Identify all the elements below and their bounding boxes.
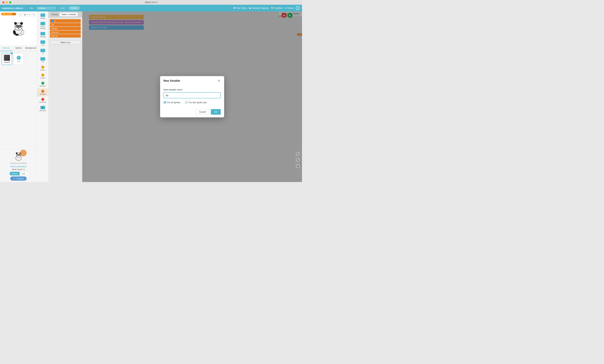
sidebar-item-extension[interactable]: + extension bbox=[37, 105, 48, 113]
variable-badge: base_power 0 bbox=[1, 13, 16, 15]
variable-block-hide[interactable]: hide var bbox=[50, 34, 81, 37]
radio-this-sprite[interactable]: For this sprite only bbox=[185, 101, 207, 104]
how-to-link[interactable]: How to use device? bbox=[11, 165, 27, 167]
modal-body: New variable name: For all sprites For t… bbox=[160, 85, 224, 107]
motion-label: Motion Sensing bbox=[38, 26, 48, 29]
tab-background[interactable]: Background bbox=[25, 45, 37, 51]
tab-sprites[interactable]: Sprites bbox=[12, 45, 25, 51]
modal-name-input[interactable] bbox=[164, 92, 221, 98]
main-content: base_power 0 ⛶ ⊞ ≡ ⠿ bbox=[0, 12, 302, 182]
lan-label: LAN bbox=[41, 44, 44, 46]
upload-mode-button[interactable]: Upload bbox=[10, 172, 20, 175]
setting-link[interactable]: ⚙ Setting bbox=[285, 7, 294, 9]
tab-devices[interactable]: Devices bbox=[0, 45, 12, 51]
example-programs-link[interactable]: 📋 Example Programs bbox=[249, 7, 269, 9]
svg-point-14 bbox=[19, 34, 22, 36]
sidebar-item-control[interactable]: Control bbox=[37, 72, 48, 80]
iot-label: IoT bbox=[42, 61, 44, 63]
sidebar-item-iot[interactable]: IoT bbox=[37, 56, 48, 64]
ai-icon bbox=[40, 49, 45, 52]
code-area: Blocks Python (CyberPi) starts up Press … bbox=[82, 12, 302, 182]
save-button[interactable]: Save bbox=[58, 6, 67, 10]
variable-name: base_power bbox=[3, 13, 12, 15]
mode-switch-label: Mode Switch ⓘ bbox=[12, 168, 25, 171]
brand-logo: makeblock | mBlock bbox=[2, 7, 23, 9]
variable-block-b[interactable]: b... bbox=[50, 19, 81, 23]
sprite-circle bbox=[20, 150, 27, 157]
display-label: Display bbox=[40, 17, 45, 19]
sidebar-item-lan[interactable]: LAN bbox=[37, 39, 48, 48]
tab-display[interactable]: Display bbox=[50, 13, 60, 16]
devices-row: ✕ CyberPi + Add bbox=[2, 53, 35, 65]
svg-point-24 bbox=[19, 155, 20, 155]
blocks-top-tab-bar: Display Make a Variable bbox=[49, 12, 82, 17]
events-label: Events bbox=[40, 69, 45, 71]
blocks-sidebar: Display Motion Sensing Sensing LAN AI Io… bbox=[37, 12, 49, 182]
control-label: Control bbox=[40, 77, 45, 79]
grid-button[interactable]: ⊞ bbox=[23, 13, 27, 16]
svg-point-3 bbox=[20, 22, 23, 25]
variable-block-label: b... bbox=[54, 20, 57, 22]
maximize-button[interactable] bbox=[9, 1, 11, 3]
sidebar-item-motion[interactable]: Motion Sensing bbox=[37, 21, 48, 31]
device-image bbox=[4, 55, 10, 61]
close-button[interactable] bbox=[2, 1, 5, 3]
operators-label: Operators bbox=[39, 85, 46, 87]
sidebar-item-myblocks[interactable]: My Blocks bbox=[37, 97, 48, 105]
avatar[interactable] bbox=[296, 6, 300, 10]
variable-checkbox[interactable] bbox=[51, 20, 53, 22]
cancel-button[interactable]: Cancel bbox=[196, 109, 209, 115]
sidebar-item-variables[interactable]: Variables bbox=[37, 88, 48, 97]
sidebar-item-ai[interactable]: AI bbox=[37, 48, 48, 56]
add-label: Add bbox=[17, 61, 20, 62]
user-guide-link[interactable]: 📖 User Guide bbox=[233, 7, 247, 9]
live-mode-button[interactable]: Live bbox=[20, 172, 27, 175]
variable-block-show[interactable]: show var bbox=[50, 30, 81, 34]
dots-button[interactable]: ⠿ bbox=[32, 13, 36, 16]
fullscreen-button[interactable]: ⛶ bbox=[19, 13, 22, 16]
modal-radio-group: For all sprites For this sprite only bbox=[164, 101, 221, 104]
svg-point-9 bbox=[20, 26, 21, 27]
window-title: mBlock v5.4.3 bbox=[145, 1, 157, 3]
modal-close-button[interactable]: ✕ bbox=[217, 79, 221, 83]
connect-icon: 🔗 bbox=[13, 177, 16, 180]
add-device-button[interactable]: + Add bbox=[13, 53, 24, 65]
radio-this-sprite-label: For this sprite only bbox=[189, 101, 207, 104]
blocks-main-panel: Display Make a Variable b... set change … bbox=[49, 12, 82, 182]
cyberpi-device[interactable]: ✕ CyberPi bbox=[2, 53, 12, 65]
title-bar: mBlock v5.4.3 bbox=[0, 0, 302, 5]
ai-label: AI bbox=[42, 53, 43, 55]
svg-point-13 bbox=[15, 34, 19, 36]
sensing-icon bbox=[40, 32, 45, 35]
minimize-button[interactable] bbox=[6, 1, 8, 3]
ok-button[interactable]: OK bbox=[211, 109, 221, 115]
list-button[interactable]: ≡ bbox=[27, 13, 31, 16]
publish-button[interactable]: Publish bbox=[68, 6, 80, 10]
panda-sprite bbox=[12, 21, 25, 36]
device-remove-button[interactable]: ✕ bbox=[11, 52, 13, 55]
radio-all-sprites[interactable]: For all sprites bbox=[164, 101, 180, 104]
tab-make-variable[interactable]: Make a Variable bbox=[60, 13, 78, 16]
radio-this-sprite-indicator bbox=[185, 101, 188, 104]
sidebar-item-events[interactable]: Events bbox=[37, 64, 48, 73]
file-menu[interactable]: File bbox=[28, 6, 35, 10]
sidebar-item-display[interactable]: Display bbox=[37, 12, 48, 21]
make-a-list-button[interactable]: Make a List bbox=[50, 40, 81, 45]
left-panel: base_power 0 ⛶ ⊞ ≡ ⠿ bbox=[0, 12, 37, 182]
modal-dialog: New Variable ✕ New variable name: For al… bbox=[160, 76, 224, 117]
feedback-link[interactable]: 💬 Feedback bbox=[271, 7, 283, 9]
variable-block-change[interactable]: change bbox=[50, 27, 81, 30]
extension-label: extension bbox=[39, 110, 46, 112]
modal-footer: Cancel OK bbox=[160, 107, 224, 117]
connect-button[interactable]: 🔗 Connect bbox=[10, 176, 27, 181]
control-icon bbox=[41, 73, 44, 77]
traffic-lights[interactable] bbox=[2, 1, 11, 3]
connect-label: Connect bbox=[17, 178, 24, 180]
svg-point-23 bbox=[17, 155, 18, 155]
sidebar-item-sensing[interactable]: Sensing bbox=[37, 31, 48, 39]
project-name-input[interactable] bbox=[38, 7, 55, 9]
sidebar-item-operators[interactable]: Operators bbox=[37, 80, 48, 88]
myblocks-label: My Blocks bbox=[39, 101, 46, 103]
variable-block-set[interactable]: set bbox=[50, 23, 81, 26]
radio-all-sprites-label: For all sprites bbox=[167, 101, 180, 104]
